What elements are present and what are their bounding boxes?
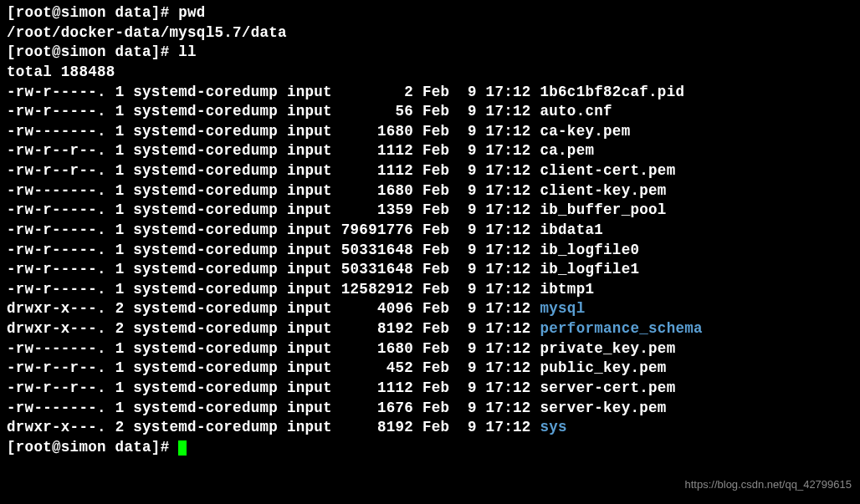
file-links: 1 [115, 261, 125, 277]
file-name: client-key.pem [540, 182, 666, 199]
file-perm: -rw-------. [7, 123, 106, 140]
file-day: 9 [458, 103, 477, 120]
file-name: private_key.pem [540, 340, 675, 357]
file-perm: -rw-r-----. [7, 281, 106, 298]
file-perm: -rw-r--r--. [7, 359, 106, 376]
file-time: 17:12 [486, 261, 531, 277]
file-month: Feb [422, 320, 449, 337]
file-size: 1676 [341, 400, 413, 416]
prompt-line-1: [root@simon data]# pwd [7, 3, 853, 23]
file-month: Feb [422, 201, 449, 218]
file-time: 17:12 [486, 300, 531, 317]
file-time: 17:12 [486, 320, 531, 337]
file-name: server-key.pem [540, 400, 666, 416]
shell-prompt: [root@simon data]# [7, 43, 178, 60]
pwd-output-line: /root/docker-data/mysql5.7/data [7, 23, 853, 43]
list-row: -rw-------. 1 systemd-coredump input 168… [7, 339, 853, 359]
file-perm: drwxr-x---. [7, 300, 106, 317]
file-owner: systemd-coredump [133, 142, 278, 159]
list-row: -rw-r-----. 1 systemd-coredump input 796… [7, 221, 853, 241]
file-group: input [287, 242, 332, 258]
file-day: 9 [458, 359, 477, 376]
file-time: 17:12 [486, 182, 531, 199]
file-name: ca.pem [540, 142, 594, 159]
file-size: 1680 [341, 123, 413, 140]
file-size: 50331648 [341, 242, 413, 258]
file-perm: -rw-r-----. [7, 221, 106, 238]
file-owner: systemd-coredump [133, 242, 278, 258]
file-perm: -rw-r-----. [7, 84, 106, 100]
total-line: total 188488 [7, 63, 853, 83]
file-links: 1 [115, 142, 125, 159]
file-month: Feb [422, 359, 449, 376]
file-owner: systemd-coredump [133, 162, 278, 179]
file-links: 1 [115, 359, 125, 376]
file-name: sys [540, 419, 566, 435]
list-row: -rw-r--r--. 1 systemd-coredump input 111… [7, 379, 853, 399]
file-name: ib_logfile1 [540, 261, 639, 277]
list-row: -rw-r-----. 1 systemd-coredump input 503… [7, 241, 853, 261]
file-size: 12582912 [341, 281, 413, 298]
file-perm: -rw-------. [7, 340, 106, 357]
file-owner: systemd-coredump [133, 221, 278, 238]
list-row: drwxr-x---. 2 systemd-coredump input 819… [7, 418, 853, 438]
file-perm: -rw-r--r--. [7, 162, 106, 179]
file-name: ib_buffer_pool [540, 201, 666, 218]
file-owner: systemd-coredump [133, 182, 278, 199]
file-perm: -rw-r-----. [7, 242, 106, 258]
file-size: 50331648 [341, 261, 413, 277]
file-time: 17:12 [486, 84, 531, 100]
file-month: Feb [422, 162, 449, 179]
file-month: Feb [422, 400, 449, 416]
file-group: input [287, 201, 332, 218]
file-links: 1 [115, 103, 125, 120]
file-links: 1 [115, 340, 125, 357]
file-size: 8192 [341, 320, 413, 337]
file-group: input [287, 419, 332, 435]
file-links: 1 [115, 400, 125, 416]
shell-prompt: [root@simon data]# [7, 439, 178, 456]
file-month: Feb [422, 261, 449, 277]
file-links: 1 [115, 162, 125, 179]
file-month: Feb [422, 281, 449, 298]
file-time: 17:12 [486, 281, 531, 298]
file-perm: -rw-r--r--. [7, 142, 106, 159]
file-time: 17:12 [486, 400, 531, 416]
list-row: -rw-r--r--. 1 systemd-coredump input 111… [7, 161, 853, 181]
file-links: 1 [115, 221, 125, 238]
file-day: 9 [458, 340, 477, 357]
file-day: 9 [458, 242, 477, 258]
file-time: 17:12 [486, 242, 531, 258]
file-day: 9 [458, 221, 477, 238]
terminal-output[interactable]: [root@simon data]# pwd/root/docker-data/… [7, 3, 853, 457]
file-owner: systemd-coredump [133, 340, 278, 357]
cursor-icon[interactable] [178, 440, 187, 456]
file-name: server-cert.pem [540, 379, 675, 396]
file-owner: systemd-coredump [133, 281, 278, 298]
file-name: ib_logfile0 [540, 242, 639, 258]
file-group: input [287, 340, 332, 357]
file-owner: systemd-coredump [133, 103, 278, 120]
file-name: 1b6c1bf82caf.pid [540, 84, 684, 100]
file-month: Feb [422, 123, 449, 140]
file-links: 1 [115, 182, 125, 199]
file-group: input [287, 320, 332, 337]
file-owner: systemd-coredump [133, 84, 278, 100]
file-perm: drwxr-x---. [7, 320, 106, 337]
file-month: Feb [422, 419, 449, 435]
file-perm: -rw-r--r--. [7, 379, 106, 396]
file-owner: systemd-coredump [133, 261, 278, 277]
file-day: 9 [458, 419, 477, 435]
list-row: -rw-r-----. 1 systemd-coredump input 56 … [7, 102, 853, 122]
file-owner: systemd-coredump [133, 419, 278, 435]
file-links: 1 [115, 281, 125, 298]
file-name: ibdata1 [540, 221, 603, 238]
pwd-output: /root/docker-data/mysql5.7/data [7, 24, 287, 41]
file-group: input [287, 162, 332, 179]
file-group: input [287, 84, 332, 100]
file-day: 9 [458, 123, 477, 140]
file-group: input [287, 123, 332, 140]
file-size: 2 [341, 84, 413, 100]
file-size: 1680 [341, 182, 413, 199]
file-group: input [287, 359, 332, 376]
